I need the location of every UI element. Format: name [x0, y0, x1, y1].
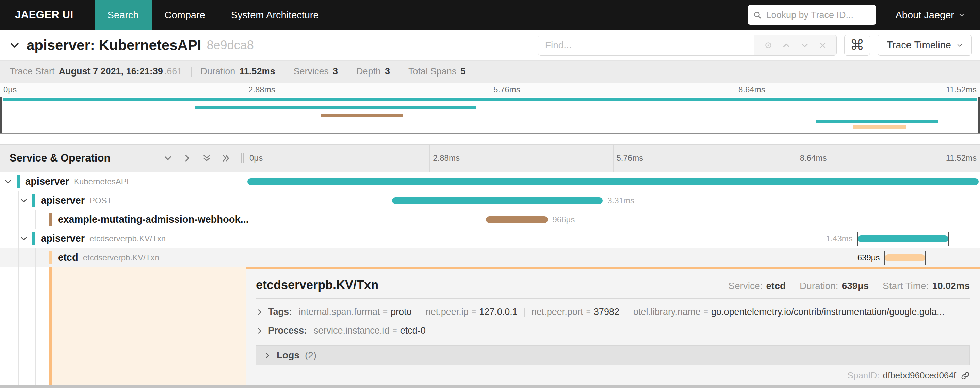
divider	[792, 281, 793, 291]
span-service: apiserver	[41, 233, 85, 244]
trace-id-lookup-input[interactable]	[766, 10, 871, 21]
minimap-span-bar	[816, 120, 938, 123]
span-track: 966μs	[246, 210, 980, 229]
divider	[399, 67, 399, 77]
focus-match-icon[interactable]	[764, 41, 773, 50]
chevron-down-icon[interactable]	[4, 178, 15, 186]
search-icon	[753, 11, 762, 19]
next-match-icon[interactable]	[800, 41, 809, 50]
prev-match-icon[interactable]	[782, 41, 791, 50]
trace-collapse-chevron-icon[interactable]	[9, 40, 21, 51]
app-logo[interactable]: JAEGER UI	[0, 0, 95, 30]
selected-span-color-stripe	[49, 267, 52, 385]
span-track	[246, 172, 980, 191]
span-name-cell[interactable]: apiserver KubernetesAPI	[0, 172, 246, 191]
span-operation: POST	[89, 196, 111, 205]
span-detail-panel: etcdserverpb.KV/Txn Service: etcd Durati…	[246, 267, 980, 385]
span-service: etcd	[58, 252, 78, 263]
trace-summary-bar: Trace Start August 7 2021, 16:21:39.661 …	[0, 60, 980, 83]
span-bar[interactable]	[885, 254, 926, 261]
minimap-right-scrubber[interactable]	[978, 97, 980, 133]
trace-id-short: 8e9dca8	[207, 38, 254, 52]
span-bar[interactable]	[392, 197, 603, 204]
span-rows: apiserver KubernetesAPI apiserver POST 3…	[0, 172, 980, 267]
gridline	[245, 172, 245, 267]
trace-view-selector[interactable]: Trace Timeline	[878, 35, 972, 56]
nav-tab-search[interactable]: Search	[95, 0, 152, 30]
timeline-header: Service & Operation 0μs2.88ms5.76ms8.64m…	[0, 144, 980, 172]
keyboard-shortcuts-button[interactable]: ⌘	[844, 35, 870, 56]
nav-spacer	[332, 0, 748, 30]
chevron-down-icon	[956, 42, 963, 48]
span-bar[interactable]	[247, 178, 978, 185]
divider	[418, 308, 419, 317]
span-operation: etcdserverpb.KV/Txn	[89, 234, 166, 243]
span-duration-label: 639μs	[858, 253, 880, 262]
about-jaeger-menu[interactable]: About Jaeger	[895, 0, 965, 30]
collapse-one-icon[interactable]	[163, 154, 172, 163]
divider	[626, 308, 627, 317]
chevron-right-icon	[256, 308, 263, 316]
span-bound-tick	[885, 251, 885, 265]
span-detail-row: etcdserverpb.KV/Txn Service: etcd Durati…	[0, 267, 980, 385]
tree-guide	[35, 210, 36, 229]
span-track: 639μs	[246, 248, 980, 267]
tick-label: 8.64ms	[735, 85, 765, 95]
trace-minimap[interactable]	[0, 97, 980, 134]
collapse-all-icon[interactable]	[202, 154, 211, 163]
expand-all-icon[interactable]	[221, 154, 231, 163]
chevron-down-icon[interactable]	[20, 235, 30, 243]
clear-find-icon[interactable]	[819, 41, 827, 49]
span-service: example-mutating-admission-webhook...	[58, 214, 249, 225]
tick-label: 5.76ms	[613, 153, 643, 163]
span-bound-tick	[948, 232, 949, 246]
tick-label: 0μs	[3, 85, 17, 95]
span-bar[interactable]	[858, 235, 948, 242]
timeline-tick-header: 0μs2.88ms5.76ms8.64ms11.52ms	[246, 144, 980, 172]
tick-label: 2.88ms	[430, 153, 460, 163]
link-icon[interactable]	[961, 371, 970, 380]
tree-guide	[35, 248, 36, 267]
span-name-cell[interactable]: apiserver POST	[0, 191, 246, 210]
gridline	[245, 97, 245, 133]
tick-label: 8.64ms	[797, 153, 827, 163]
process-accordion[interactable]: Process: service.instance.id=etcd-0	[256, 325, 970, 336]
span-bound-tick	[857, 232, 858, 246]
divider	[191, 67, 192, 77]
span-operation: etcdserverpb.KV/Txn	[83, 253, 159, 262]
tree-guide	[18, 191, 19, 210]
tick-label: 5.76ms	[490, 85, 520, 95]
span-bound-tick	[925, 251, 926, 265]
nav-tab-compare[interactable]: Compare	[152, 0, 218, 30]
chevron-right-icon	[264, 352, 271, 359]
nav-tab-system-architecture[interactable]: System Architecture	[218, 0, 332, 30]
find-input[interactable]	[538, 35, 754, 56]
minimap-span-bar	[321, 114, 403, 117]
about-jaeger-label: About Jaeger	[895, 10, 954, 21]
logs-accordion[interactable]: Logs (2)	[256, 346, 970, 365]
tree-guide	[18, 210, 19, 229]
span-bar[interactable]	[486, 216, 547, 223]
tick-label: 11.52ms	[946, 85, 977, 95]
column-resizer-handle[interactable]	[241, 153, 243, 163]
expand-one-icon[interactable]	[183, 154, 192, 163]
summary-depth: Depth 3	[356, 66, 390, 77]
trace-id-lookup	[748, 5, 876, 25]
minimap-left-scrubber[interactable]	[0, 97, 2, 133]
span-name-cell[interactable]: etcd etcdserverpb.KV/Txn	[0, 248, 246, 267]
tags-accordion[interactable]: Tags: internal.span.format=proto net.pee…	[256, 307, 970, 317]
span-operation: KubernetesAPI	[74, 177, 129, 186]
span-color-block	[32, 232, 35, 245]
horizontal-scrollbar[interactable]	[0, 385, 980, 388]
top-nav: JAEGER UI Search Compare System Architec…	[0, 0, 980, 30]
span-detail-meta: Service: etcd Duration: 639μs Start Time…	[728, 281, 970, 291]
selected-span-highlight	[52, 267, 246, 385]
spacer	[0, 134, 980, 144]
span-name-cell[interactable]: example-mutating-admission-webhook...	[0, 210, 246, 229]
span-track: 1.43ms	[246, 229, 980, 248]
span-name-cell[interactable]: apiserver etcdserverpb.KV/Txn	[0, 229, 246, 248]
chevron-down-icon[interactable]	[20, 197, 30, 205]
summary-total-spans: Total Spans 5	[408, 66, 466, 77]
span-detail-left-gutter	[0, 267, 246, 385]
find-bar	[538, 35, 837, 56]
